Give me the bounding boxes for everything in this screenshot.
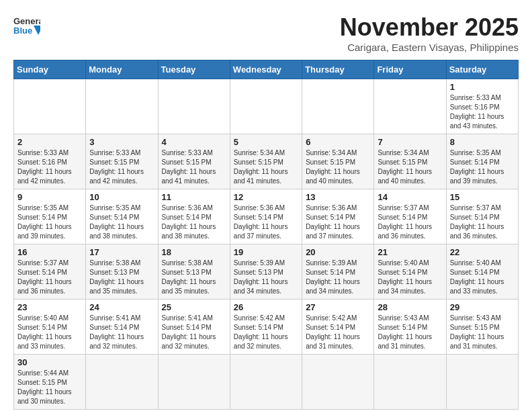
- calendar-cell: 5Sunrise: 5:34 AM Sunset: 5:15 PM Daylig…: [230, 134, 302, 189]
- calendar-cell: 28Sunrise: 5:43 AM Sunset: 5:14 PM Dayli…: [374, 300, 446, 355]
- calendar-cell: 4Sunrise: 5:33 AM Sunset: 5:15 PM Daylig…: [158, 134, 230, 189]
- day-number: 13: [306, 192, 370, 202]
- day-info: Sunrise: 5:40 AM Sunset: 5:14 PM Dayligh…: [450, 259, 515, 296]
- day-number: 18: [162, 247, 226, 257]
- day-number: 29: [450, 302, 515, 312]
- day-info: Sunrise: 5:34 AM Sunset: 5:15 PM Dayligh…: [378, 148, 442, 186]
- calendar-cell: 1Sunrise: 5:33 AM Sunset: 5:16 PM Daylig…: [446, 79, 518, 134]
- calendar-week-row: 9Sunrise: 5:35 AM Sunset: 5:14 PM Daylig…: [14, 189, 519, 244]
- day-number: 22: [450, 247, 515, 257]
- day-number: 11: [162, 192, 226, 202]
- day-info: Sunrise: 5:38 AM Sunset: 5:13 PM Dayligh…: [162, 259, 226, 296]
- day-info: Sunrise: 5:36 AM Sunset: 5:14 PM Dayligh…: [234, 203, 298, 241]
- weekday-header-wednesday: Wednesday: [230, 60, 302, 79]
- day-info: Sunrise: 5:38 AM Sunset: 5:13 PM Dayligh…: [89, 259, 154, 296]
- day-number: 16: [17, 247, 82, 257]
- calendar-cell: [302, 355, 374, 410]
- calendar-cell: 10Sunrise: 5:35 AM Sunset: 5:14 PM Dayli…: [86, 189, 158, 244]
- day-number: 23: [17, 302, 82, 312]
- calendar-cell: 22Sunrise: 5:40 AM Sunset: 5:14 PM Dayli…: [446, 244, 518, 300]
- calendar-cell: [446, 355, 518, 410]
- day-number: 27: [306, 302, 370, 312]
- calendar-week-row: 23Sunrise: 5:40 AM Sunset: 5:14 PM Dayli…: [14, 300, 519, 355]
- calendar-cell: 13Sunrise: 5:36 AM Sunset: 5:14 PM Dayli…: [302, 189, 374, 244]
- calendar-table: SundayMondayTuesdayWednesdayThursdayFrid…: [13, 60, 519, 410]
- day-number: 28: [378, 302, 442, 312]
- weekday-header-friday: Friday: [374, 60, 446, 79]
- calendar-cell: 2Sunrise: 5:33 AM Sunset: 5:16 PM Daylig…: [14, 134, 86, 189]
- calendar-week-row: 30Sunrise: 5:44 AM Sunset: 5:15 PM Dayli…: [14, 355, 519, 410]
- calendar-cell: 12Sunrise: 5:36 AM Sunset: 5:14 PM Dayli…: [230, 189, 302, 244]
- day-info: Sunrise: 5:42 AM Sunset: 5:14 PM Dayligh…: [306, 314, 370, 351]
- calendar-cell: 26Sunrise: 5:42 AM Sunset: 5:14 PM Dayli…: [230, 300, 302, 355]
- day-info: Sunrise: 5:35 AM Sunset: 5:14 PM Dayligh…: [89, 203, 154, 241]
- day-number: 1: [450, 82, 515, 92]
- weekday-header-monday: Monday: [86, 60, 158, 79]
- day-number: 5: [234, 137, 298, 147]
- day-info: Sunrise: 5:37 AM Sunset: 5:14 PM Dayligh…: [450, 203, 515, 241]
- day-number: 21: [378, 247, 442, 257]
- calendar-cell: 19Sunrise: 5:39 AM Sunset: 5:13 PM Dayli…: [230, 244, 302, 300]
- calendar-cell: [158, 355, 230, 410]
- day-info: Sunrise: 5:33 AM Sunset: 5:16 PM Dayligh…: [450, 93, 515, 131]
- day-info: Sunrise: 5:40 AM Sunset: 5:14 PM Dayligh…: [17, 314, 82, 351]
- day-info: Sunrise: 5:37 AM Sunset: 5:14 PM Dayligh…: [17, 259, 82, 296]
- day-number: 12: [234, 192, 298, 202]
- day-info: Sunrise: 5:33 AM Sunset: 5:15 PM Dayligh…: [162, 148, 226, 186]
- calendar-cell: [302, 79, 374, 134]
- day-number: 6: [306, 137, 370, 147]
- calendar-cell: 9Sunrise: 5:35 AM Sunset: 5:14 PM Daylig…: [14, 189, 86, 244]
- calendar-cell: 6Sunrise: 5:34 AM Sunset: 5:15 PM Daylig…: [302, 134, 374, 189]
- logo-icon: General Blue: [13, 13, 40, 40]
- day-info: Sunrise: 5:40 AM Sunset: 5:14 PM Dayligh…: [378, 259, 442, 296]
- calendar-cell: 15Sunrise: 5:37 AM Sunset: 5:14 PM Dayli…: [446, 189, 518, 244]
- calendar-cell: 29Sunrise: 5:43 AM Sunset: 5:15 PM Dayli…: [446, 300, 518, 355]
- day-info: Sunrise: 5:37 AM Sunset: 5:14 PM Dayligh…: [378, 203, 442, 241]
- day-info: Sunrise: 5:44 AM Sunset: 5:15 PM Dayligh…: [17, 369, 82, 406]
- day-info: Sunrise: 5:33 AM Sunset: 5:16 PM Dayligh…: [17, 148, 82, 186]
- day-number: 26: [234, 302, 298, 312]
- day-number: 8: [450, 137, 515, 147]
- calendar-cell: [14, 79, 86, 134]
- calendar-cell: 24Sunrise: 5:41 AM Sunset: 5:14 PM Dayli…: [86, 300, 158, 355]
- calendar-week-row: 16Sunrise: 5:37 AM Sunset: 5:14 PM Dayli…: [14, 244, 519, 300]
- calendar-cell: [230, 79, 302, 134]
- day-info: Sunrise: 5:35 AM Sunset: 5:14 PM Dayligh…: [17, 203, 82, 241]
- calendar-cell: 25Sunrise: 5:41 AM Sunset: 5:14 PM Dayli…: [158, 300, 230, 355]
- day-info: Sunrise: 5:34 AM Sunset: 5:15 PM Dayligh…: [234, 148, 298, 186]
- weekday-header-tuesday: Tuesday: [158, 60, 230, 79]
- calendar-cell: 23Sunrise: 5:40 AM Sunset: 5:14 PM Dayli…: [14, 300, 86, 355]
- calendar-cell: 11Sunrise: 5:36 AM Sunset: 5:14 PM Dayli…: [158, 189, 230, 244]
- day-info: Sunrise: 5:34 AM Sunset: 5:15 PM Dayligh…: [306, 148, 370, 186]
- calendar-cell: 3Sunrise: 5:33 AM Sunset: 5:15 PM Daylig…: [86, 134, 158, 189]
- weekday-header-row: SundayMondayTuesdayWednesdayThursdayFrid…: [14, 60, 519, 79]
- day-number: 9: [17, 192, 82, 202]
- day-info: Sunrise: 5:42 AM Sunset: 5:14 PM Dayligh…: [234, 314, 298, 351]
- day-number: 15: [450, 192, 515, 202]
- calendar-cell: 16Sunrise: 5:37 AM Sunset: 5:14 PM Dayli…: [14, 244, 86, 300]
- day-number: 19: [234, 247, 298, 257]
- day-number: 25: [162, 302, 226, 312]
- day-number: 2: [17, 137, 82, 147]
- day-info: Sunrise: 5:36 AM Sunset: 5:14 PM Dayligh…: [306, 203, 370, 241]
- page-header: General Blue November 2025 Carigara, Eas…: [13, 13, 519, 53]
- calendar-cell: [86, 79, 158, 134]
- calendar-cell: 17Sunrise: 5:38 AM Sunset: 5:13 PM Dayli…: [86, 244, 158, 300]
- day-number: 14: [378, 192, 442, 202]
- weekday-header-saturday: Saturday: [446, 60, 518, 79]
- day-number: 10: [89, 192, 154, 202]
- calendar-cell: 20Sunrise: 5:39 AM Sunset: 5:14 PM Dayli…: [302, 244, 374, 300]
- day-number: 7: [378, 137, 442, 147]
- title-area: November 2025 Carigara, Eastern Visayas,…: [340, 13, 519, 53]
- day-number: 20: [306, 247, 370, 257]
- day-info: Sunrise: 5:39 AM Sunset: 5:14 PM Dayligh…: [306, 259, 370, 296]
- day-number: 24: [89, 302, 154, 312]
- calendar-cell: 14Sunrise: 5:37 AM Sunset: 5:14 PM Dayli…: [374, 189, 446, 244]
- weekday-header-thursday: Thursday: [302, 60, 374, 79]
- weekday-header-sunday: Sunday: [14, 60, 86, 79]
- calendar-cell: 27Sunrise: 5:42 AM Sunset: 5:14 PM Dayli…: [302, 300, 374, 355]
- svg-marker-2: [34, 26, 40, 35]
- day-info: Sunrise: 5:33 AM Sunset: 5:15 PM Dayligh…: [89, 148, 154, 186]
- day-info: Sunrise: 5:39 AM Sunset: 5:13 PM Dayligh…: [234, 259, 298, 296]
- calendar-cell: 30Sunrise: 5:44 AM Sunset: 5:15 PM Dayli…: [14, 355, 86, 410]
